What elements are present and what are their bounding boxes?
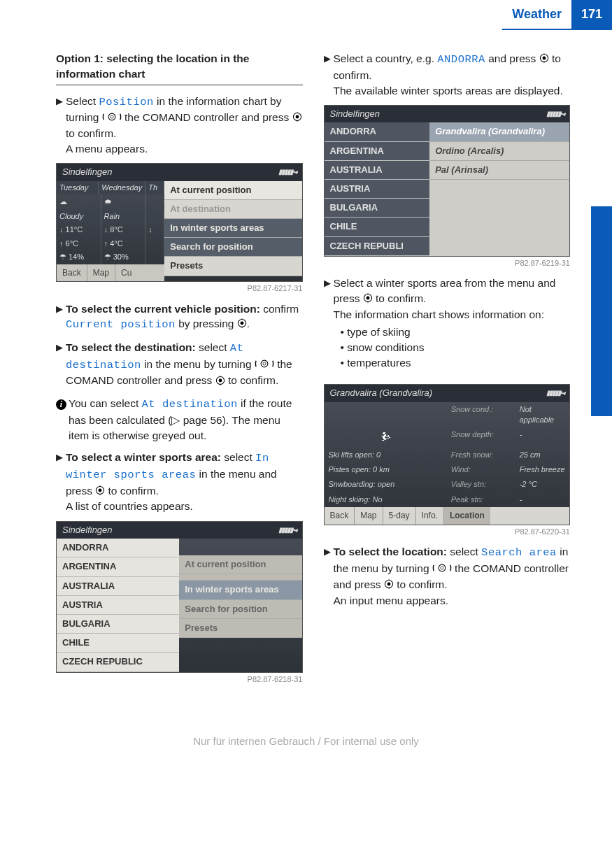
ui-term: Position: [99, 96, 153, 108]
step-marker-icon: ▶: [324, 276, 334, 377]
ui-term: ANDORRA: [437, 53, 485, 66]
step-result: The information chart shows information …: [334, 307, 571, 322]
value: Fresh breeze: [520, 464, 565, 475]
btn: Map: [355, 507, 383, 525]
turn-controller-icon: [255, 357, 274, 373]
list-item: AUSTRALIA: [325, 161, 430, 180]
ui-term: Current position: [66, 318, 176, 331]
temp: 11°C: [66, 225, 83, 234]
text: and press: [485, 52, 539, 64]
step-marker-icon: ▶: [56, 301, 66, 333]
ui-term: At destination: [142, 398, 238, 411]
temp: 8°C: [110, 225, 122, 234]
menu-item: At current position: [179, 555, 301, 574]
ss-title: Sindelfingen: [62, 166, 113, 178]
info-icon: i: [56, 399, 66, 410]
press-controller-icon: [95, 484, 105, 499]
text: You can select: [69, 397, 142, 409]
label: Snow depth:: [451, 429, 520, 445]
step: ▶ Select a country, e.g. ANDORRA and pre…: [324, 51, 571, 98]
btn: 5-day: [383, 507, 416, 525]
list-item: AUSTRALIA: [57, 577, 179, 596]
figure-caption: P82.87-6218-31: [56, 674, 303, 685]
turn-controller-icon: [102, 111, 122, 126]
list-item: AUSTRIA: [325, 180, 430, 199]
weather-icon: ☁: [57, 195, 101, 208]
value: Not applicable: [520, 404, 565, 426]
step-bold: To select a winter sports area:: [66, 451, 221, 463]
text: the COMAND controller and press: [122, 111, 292, 123]
value: -: [520, 429, 522, 445]
btn: Cu: [115, 264, 137, 282]
step-marker-icon: ▶: [56, 340, 66, 389]
list-item: ANDORRA: [325, 122, 430, 141]
press-controller-icon: [363, 292, 373, 307]
temp: 4°C: [110, 239, 122, 248]
value: 25 cm: [520, 450, 541, 460]
menu-item: In winter sports areas: [164, 219, 301, 238]
area-item: Ordino (Arcalis): [429, 142, 569, 161]
row: Pistes open: 0 km: [325, 462, 447, 477]
step-result: A list of countries appears.: [66, 499, 303, 514]
btn: Map: [87, 264, 115, 282]
text: Select a country, e.g.: [334, 52, 438, 64]
turn-controller-icon: [432, 562, 452, 577]
left-column: Option 1: selecting the location in the …: [56, 51, 303, 692]
value: -: [520, 495, 522, 505]
step: ▶ Select a winter sports area from the m…: [324, 276, 571, 377]
step: ▶ Select Position in the information cha…: [56, 94, 303, 157]
step-marker-icon: ▶: [324, 51, 334, 98]
section-heading: Option 1: selecting the location in the …: [56, 51, 303, 85]
text: to confirm.: [66, 127, 116, 139]
list-item: BULGARIA: [325, 199, 430, 218]
signal-icon: ▮▮▮▮▮ ▪◂: [278, 525, 296, 535]
label: Fresh snow:: [451, 450, 520, 460]
list-item: CZECH REPUBLI: [325, 237, 430, 256]
row: Snwboarding: open: [325, 477, 447, 492]
info-note: i You can select At destination if the r…: [56, 396, 303, 443]
btn: Back: [325, 507, 355, 525]
step-bold: To select the current vehicle position:: [66, 303, 260, 315]
screenshot-area-list: Sindelfingen▮▮▮▮▮ ▪◂ ANDORRA ARGENTINA A…: [324, 105, 571, 257]
step-bold: To select the destination:: [66, 341, 196, 353]
step: ▶ To select a winter sports area: select…: [56, 450, 303, 514]
pct: 30%: [113, 252, 129, 261]
row: Ski lifts open: 0: [325, 448, 447, 462]
step: ▶ To select the destination: select At d…: [56, 340, 303, 389]
pct: 14%: [69, 252, 84, 261]
day: Tuesday: [57, 181, 99, 194]
label: Peak stn:: [451, 495, 520, 505]
step-bold: To select the location:: [334, 546, 448, 557]
menu-item: Presets: [164, 257, 301, 276]
menu-item: At destination: [164, 200, 301, 219]
btn: Back: [57, 264, 87, 282]
menu-item: Search for position: [164, 238, 301, 257]
press-controller-icon: [384, 578, 394, 593]
side-tab-label: COMAND Online and Internet: [593, 217, 611, 392]
text: by pressing: [176, 318, 237, 329]
label: Valley stn:: [451, 479, 520, 490]
label: Snow cond.:: [451, 404, 520, 426]
press-controller-icon: [237, 317, 247, 332]
list-item: ANDORRA: [57, 539, 179, 557]
step-marker-icon: ▶: [324, 544, 334, 608]
area-item: Pal (Arinsal): [429, 161, 569, 180]
ui-term: Search area: [481, 546, 557, 559]
figure-caption: P82.87-6219-31: [324, 258, 571, 269]
text: to confirm.: [225, 374, 279, 386]
list-item: AUSTRIA: [57, 596, 179, 615]
screenshot-country-list: Sindelfingen▮▮▮▮▮ ▪◂ ANDORRA ARGENTINA A…: [56, 521, 303, 673]
area-item: Grandvalira (Grandvalira): [429, 122, 569, 141]
text: to confirm.: [105, 485, 159, 497]
step-marker-icon: ▶: [56, 94, 66, 157]
bullet: snow conditions: [341, 340, 571, 355]
signal-icon: ▮▮▮▮▮ ▪◂: [546, 388, 564, 398]
ss-title: Grandvalira (Grandvalira): [330, 387, 433, 399]
press-controller-icon: [292, 111, 302, 126]
text: Select: [66, 95, 99, 107]
text: select: [447, 546, 481, 557]
weather-icon: 🌧: [101, 195, 146, 208]
menu-item: [179, 574, 301, 581]
figure-caption: P82.87-6220-31: [324, 527, 571, 537]
bullet: type of skiing: [341, 325, 571, 340]
